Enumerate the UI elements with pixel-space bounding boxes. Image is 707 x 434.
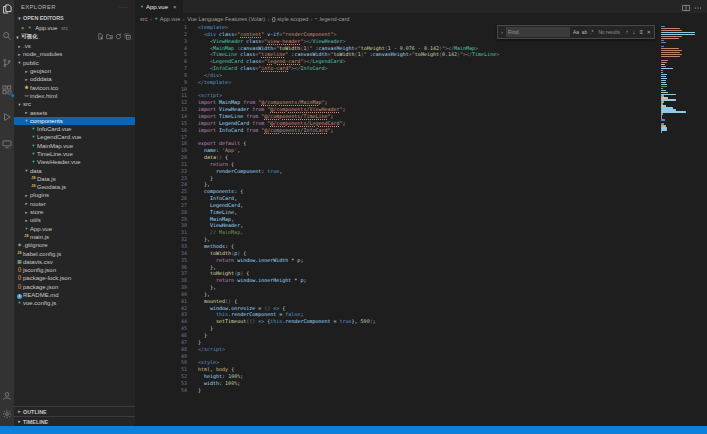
toggle-replace-icon[interactable]: › bbox=[501, 29, 503, 35]
line-number[interactable]: 48 bbox=[135, 346, 187, 353]
code-line[interactable]: <InfoCard class="info-card"></InfoCard> bbox=[198, 65, 659, 72]
line-number[interactable]: 47 bbox=[135, 339, 187, 346]
tree-item-app-vue[interactable]: ▼App.vue bbox=[14, 225, 135, 233]
code-line[interactable]: return window.innerHeight * p; bbox=[198, 277, 659, 284]
code-line[interactable]: </script> bbox=[198, 346, 659, 353]
code-line[interactable]: import InfoCard from "@/components/InfoC… bbox=[198, 127, 659, 134]
line-number[interactable]: 38 bbox=[135, 277, 187, 284]
line-number[interactable]: 31 bbox=[135, 229, 187, 236]
line-number[interactable]: 20 bbox=[135, 154, 187, 161]
code-line[interactable]: html, body { bbox=[198, 366, 659, 373]
tree-item-readme-md[interactable]: iREADME.md bbox=[14, 291, 135, 299]
find-in-selection-icon[interactable]: ≡ bbox=[639, 29, 643, 35]
line-number[interactable]: 29 bbox=[135, 216, 187, 223]
line-number[interactable]: 49 bbox=[135, 353, 187, 360]
breadcrumb-item[interactable]: ▼App.vue bbox=[154, 16, 180, 22]
line-number[interactable]: 25 bbox=[135, 188, 187, 195]
explorer-icon[interactable] bbox=[1, 3, 13, 15]
code-line[interactable]: InfoCard, bbox=[198, 195, 659, 202]
tree-item-store[interactable]: ▸store bbox=[14, 208, 135, 216]
tree-item-odddata[interactable]: ▸odddata bbox=[14, 75, 135, 83]
tree-item-geodata-js[interactable]: JSGeodata.js bbox=[14, 183, 135, 191]
line-number[interactable]: 32 bbox=[135, 236, 187, 243]
code-line[interactable]: } bbox=[198, 387, 659, 394]
code-line[interactable]: renderComponent: true, bbox=[198, 168, 659, 175]
run-debug-icon[interactable] bbox=[1, 111, 13, 123]
code-line[interactable]: }, bbox=[198, 284, 659, 291]
code-line[interactable]: height: 100%; bbox=[198, 373, 659, 380]
code-line[interactable]: }, bbox=[198, 181, 659, 188]
code-line[interactable]: setTimeout(() => {this.renderComponent =… bbox=[198, 318, 659, 325]
search-icon[interactable] bbox=[1, 30, 13, 42]
line-number[interactable]: 3 bbox=[135, 38, 187, 45]
line-number[interactable]: 51 bbox=[135, 366, 187, 373]
code-line[interactable]: data() { bbox=[198, 154, 659, 161]
tree-item-plugins[interactable]: ▸plugins bbox=[14, 191, 135, 199]
line-number[interactable]: 26 bbox=[135, 195, 187, 202]
open-editor-item-app-vue[interactable]: × ▼ App.vue src bbox=[14, 23, 135, 32]
line-number[interactable]: 16 bbox=[135, 127, 187, 134]
breadcrumb-item[interactable]: src bbox=[140, 16, 147, 22]
panel-timeline[interactable]: ▸TIMELINE bbox=[14, 416, 135, 426]
breadcrumb-item[interactable]: ▪.legend-card bbox=[315, 16, 349, 22]
line-number[interactable]: 9 bbox=[135, 79, 187, 86]
refresh-explorer-icon[interactable] bbox=[115, 33, 122, 41]
tree-item-geojson[interactable]: ▸geojson bbox=[14, 67, 135, 75]
line-number[interactable]: 1 bbox=[135, 24, 187, 31]
code-line[interactable]: ViewHeader, bbox=[198, 222, 659, 229]
line-number[interactable]: 10 bbox=[135, 86, 187, 93]
code-line[interactable] bbox=[198, 353, 659, 360]
code-line[interactable]: import LegendCard from "@/components/Leg… bbox=[198, 120, 659, 127]
line-number[interactable]: 52 bbox=[135, 373, 187, 380]
line-number[interactable]: 30 bbox=[135, 222, 187, 229]
line-number[interactable]: 23 bbox=[135, 175, 187, 182]
line-number[interactable]: 53 bbox=[135, 380, 187, 387]
find-input[interactable] bbox=[506, 27, 570, 37]
line-number[interactable]: 44 bbox=[135, 318, 187, 325]
tree-item--vs[interactable]: ▸.vs bbox=[14, 42, 135, 50]
close-icon[interactable]: × bbox=[647, 29, 651, 35]
code-line[interactable]: </div> bbox=[198, 72, 659, 79]
extensions-icon[interactable] bbox=[1, 84, 13, 96]
tree-item-legendcard-vue[interactable]: ▼LegendCard.vue bbox=[14, 133, 135, 141]
remote-explorer-icon[interactable] bbox=[1, 138, 13, 150]
code-line[interactable]: }, bbox=[198, 291, 659, 298]
close-icon[interactable]: × bbox=[173, 4, 177, 10]
code-line[interactable]: <LegendCard class="legend-card"></Legend… bbox=[198, 58, 659, 65]
code-line[interactable]: }, bbox=[198, 236, 659, 243]
line-number[interactable]: 13 bbox=[135, 106, 187, 113]
tree-item-src[interactable]: ▾src bbox=[14, 100, 135, 108]
tree-item-vue-config-js[interactable]: ▼vue.config.js bbox=[14, 299, 135, 307]
line-number[interactable]: 46 bbox=[135, 332, 187, 339]
line-number[interactable]: 33 bbox=[135, 243, 187, 250]
line-number[interactable]: 45 bbox=[135, 325, 187, 332]
tree-item-viewheader-vue[interactable]: ▼ViewHeader.vue bbox=[14, 158, 135, 166]
minimap[interactable] bbox=[659, 24, 697, 426]
open-editors-header[interactable]: ▾ OPEN EDITORS bbox=[14, 13, 135, 23]
line-number[interactable]: 50 bbox=[135, 359, 187, 366]
line-number[interactable]: 19 bbox=[135, 147, 187, 154]
line-number[interactable]: 40 bbox=[135, 291, 187, 298]
line-number[interactable]: 24 bbox=[135, 181, 187, 188]
tree-item-package-json[interactable]: {}package.json bbox=[14, 283, 135, 291]
code-line[interactable]: }, bbox=[198, 264, 659, 271]
code-line[interactable]: } bbox=[198, 332, 659, 339]
tree-item-mainmap-vue[interactable]: ▼MainMap.vue bbox=[14, 142, 135, 150]
code-line[interactable]: methods: { bbox=[198, 243, 659, 250]
tab-app-vue[interactable]: ▼ App.vue × bbox=[135, 0, 183, 13]
scrollbar-track[interactable] bbox=[697, 24, 707, 426]
account-icon[interactable] bbox=[1, 390, 13, 402]
tree-item-utils[interactable]: ▸utils bbox=[14, 216, 135, 224]
tree-item-datavis-csv[interactable]: ▤datavis.csv bbox=[14, 258, 135, 266]
tree-item-main-js[interactable]: JSmain.js bbox=[14, 233, 135, 241]
match-case-icon[interactable]: Aa bbox=[573, 30, 579, 35]
tree-item-assets[interactable]: ▸assets bbox=[14, 108, 135, 116]
line-number[interactable]: 4 bbox=[135, 45, 187, 52]
next-match-icon[interactable]: ↓ bbox=[632, 29, 635, 35]
project-section-header[interactable]: ▾ 可视化 bbox=[14, 32, 135, 42]
line-number[interactable]: 7 bbox=[135, 65, 187, 72]
tree-item-data[interactable]: ▾data bbox=[14, 166, 135, 174]
source-control-icon[interactable] bbox=[1, 57, 13, 69]
code-line[interactable]: import ViewHeader from "@/components/Vie… bbox=[198, 106, 659, 113]
line-number[interactable]: 22 bbox=[135, 168, 187, 175]
